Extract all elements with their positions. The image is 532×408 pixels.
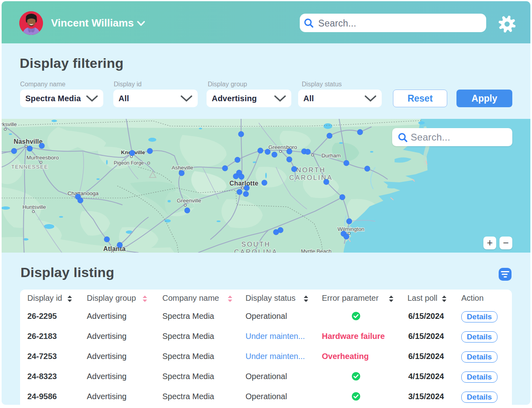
svg-text:Greensboro: Greensboro: [268, 144, 297, 150]
svg-text:Huntsville: Huntsville: [23, 204, 46, 210]
svg-text:Atlanta: Atlanta: [103, 245, 126, 252]
svg-text:Durham: Durham: [321, 153, 341, 159]
svg-text:Nashville: Nashville: [14, 138, 43, 145]
svg-text:Pigeon Forge: Pigeon Forge: [114, 160, 144, 166]
svg-text:Wilmington: Wilmington: [338, 226, 364, 232]
svg-text:CAROLINA: CAROLINA: [234, 248, 278, 253]
svg-text:Murfreesboro: Murfreesboro: [27, 155, 59, 161]
svg-text:TENNESSEE: TENNESSEE: [11, 164, 48, 170]
svg-text:Greenville: Greenville: [177, 198, 201, 204]
svg-text:rksville: rksville: [2, 121, 17, 127]
svg-text:Charlotte: Charlotte: [229, 180, 258, 187]
svg-text:Asheville: Asheville: [172, 165, 193, 171]
svg-text:SOUTH: SOUTH: [241, 241, 271, 248]
svg-text:NORTH: NORTH: [296, 166, 325, 173]
svg-text:Myrtle Beach: Myrtle Beach: [301, 248, 331, 253]
svg-text:Chattanooga: Chattanooga: [68, 190, 99, 196]
